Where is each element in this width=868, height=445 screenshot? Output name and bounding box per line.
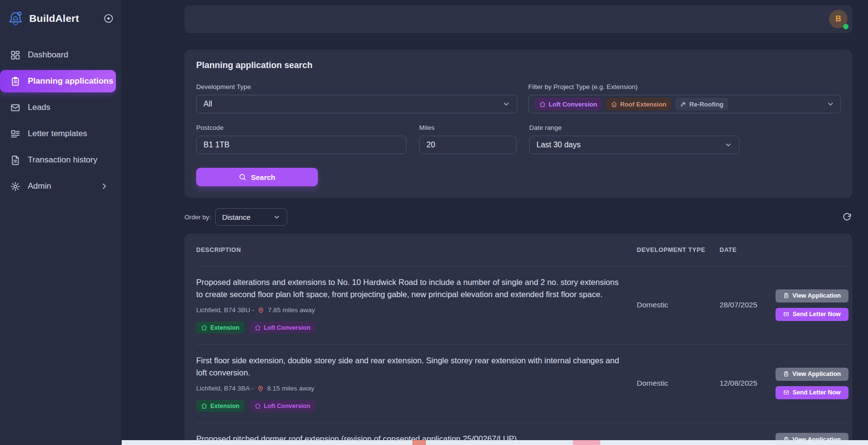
view-application-button[interactable]: View Application — [776, 289, 849, 303]
order-by-select[interactable]: Distance — [215, 208, 287, 226]
roof-extension-icon — [611, 101, 617, 107]
column-header-development-type: DEVELOPMENT TYPE — [637, 247, 720, 253]
page-title: Planning application search — [196, 60, 841, 71]
tag-label: Extension — [210, 403, 240, 409]
search-icon — [239, 173, 246, 181]
tag-label: Extension — [210, 324, 240, 331]
sidebar-item-label: Leads — [28, 103, 50, 112]
application-description: First floor side extension, double store… — [196, 355, 625, 379]
sidebar-item-label: Transaction history — [28, 155, 97, 165]
send-letter-label: Send Letter Now — [793, 311, 841, 318]
brand-name: BuildAlert — [29, 13, 79, 24]
order-by-label: Order by: — [185, 214, 211, 221]
chip-label: Re-Roofing — [689, 101, 723, 108]
application-distance: 7.85 miles away — [268, 306, 315, 314]
sidebar-item-admin[interactable]: Admin — [0, 175, 116, 197]
sidebar-item-label: Admin — [28, 181, 51, 191]
chip-label: Loft Conversion — [549, 101, 597, 108]
online-status-dot — [843, 24, 849, 29]
brand-header: BuildAlert — [0, 0, 122, 32]
avatar[interactable]: B — [829, 10, 848, 28]
date-range-label: Date range — [529, 124, 739, 131]
sidebar-item-dashboard[interactable]: Dashboard — [0, 44, 116, 66]
home-icon — [539, 101, 546, 107]
clipboard-icon — [783, 293, 789, 299]
development-type-value: Domestic — [637, 301, 720, 309]
chevron-down-icon — [273, 214, 280, 221]
tag-label: Loft Conversion — [264, 403, 311, 409]
table-header-row: DESCRIPTION DEVELOPMENT TYPE DATE — [196, 233, 849, 267]
chevron-down-icon — [827, 100, 834, 108]
refresh-icon[interactable] — [842, 213, 851, 222]
miles-label: Miles — [419, 124, 517, 131]
chip-label: Roof Extension — [620, 101, 666, 108]
filter-chip-roof-extension[interactable]: Roof Extension — [606, 98, 671, 110]
project-type-filter-label: Filter by Project Type (e.g. Extension) — [528, 83, 841, 90]
table-row: Proposed alterations and extensions to N… — [196, 267, 849, 345]
date-range-select[interactable]: Last 30 days — [529, 136, 739, 154]
clipped-content-fragment — [573, 440, 600, 445]
sidebar-item-leads[interactable]: Leads — [0, 96, 116, 119]
view-application-label: View Application — [793, 292, 841, 299]
tag-extension: Extension — [196, 400, 244, 412]
clipboard-icon — [10, 76, 20, 87]
dashboard-icon — [10, 50, 20, 60]
sidebar-item-label: Dashboard — [28, 50, 68, 60]
send-letter-button[interactable]: Send Letter Now — [776, 386, 849, 399]
search-panel: Planning application search Development … — [185, 50, 852, 198]
filter-chip-loft-conversion[interactable]: Loft Conversion — [535, 98, 602, 110]
gear-icon — [10, 181, 20, 192]
chevron-down-icon — [724, 141, 732, 149]
column-header-description: DESCRIPTION — [196, 247, 637, 253]
search-button-label: Search — [251, 173, 275, 181]
development-type-label: Development Type — [196, 83, 517, 90]
sidebar-item-label: Letter templates — [28, 129, 87, 139]
chevron-right-icon — [100, 182, 108, 190]
send-letter-button[interactable]: Send Letter Now — [776, 308, 849, 321]
tag-extension: Extension — [196, 321, 244, 334]
sidebar-nav: Dashboard Planning applications Lea — [0, 44, 122, 197]
receipt-icon — [10, 155, 20, 165]
order-by-value: Distance — [222, 213, 250, 221]
table-row: First floor side extension, double store… — [196, 345, 849, 423]
project-type-filter-field: Filter by Project Type (e.g. Extension) … — [528, 83, 841, 113]
location-pin-icon — [258, 307, 264, 314]
main-area: B Planning application search Developmen… — [122, 0, 868, 445]
search-button[interactable]: Search — [196, 168, 318, 186]
home-icon — [201, 403, 207, 409]
sidebar-toggle-icon[interactable] — [103, 13, 114, 24]
application-distance: 8.15 miles away — [267, 385, 314, 392]
sidebar-item-label: Planning applications — [28, 76, 113, 86]
sidebar: BuildAlert Dashboard — [0, 0, 122, 445]
location-pin-icon — [257, 385, 264, 392]
column-header-date: DATE — [720, 247, 775, 253]
tag-loft-conversion: Loft Conversion — [250, 400, 315, 412]
miles-input[interactable] — [419, 136, 517, 154]
sidebar-item-letter-templates[interactable]: Letter templates — [0, 123, 116, 145]
avatar-initial: B — [835, 15, 841, 23]
application-date: 28/07/2025 — [720, 301, 775, 309]
sidebar-item-planning-applications[interactable]: Planning applications — [0, 70, 116, 92]
miles-field: Miles — [419, 124, 517, 154]
clipped-page-strip — [122, 440, 868, 445]
home-icon — [255, 324, 261, 331]
development-type-select[interactable]: All — [196, 95, 517, 113]
hammer-icon — [680, 101, 686, 107]
topbar: B — [185, 5, 852, 33]
filter-chip-re-roofing[interactable]: Re-Roofing — [675, 98, 728, 110]
tag-label: Loft Conversion — [264, 324, 311, 331]
buildalert-logo-icon — [7, 10, 24, 27]
development-type-field: Development Type All — [196, 83, 517, 113]
sidebar-item-transaction-history[interactable]: Transaction history — [0, 149, 116, 171]
postcode-field: Postcode — [196, 124, 406, 154]
project-type-filter-select[interactable]: Loft Conversion Roof Extension — [528, 95, 841, 113]
clipboard-icon — [783, 371, 789, 377]
app-root: BuildAlert Dashboard — [0, 0, 868, 445]
application-date: 12/08/2025 — [720, 379, 775, 388]
postcode-label: Postcode — [196, 124, 406, 131]
date-range-value: Last 30 days — [536, 141, 581, 149]
view-application-button[interactable]: View Application — [776, 368, 849, 381]
tag-loft-conversion: Loft Conversion — [250, 321, 315, 334]
letter-templates-icon — [10, 129, 20, 139]
postcode-input[interactable] — [196, 136, 406, 154]
